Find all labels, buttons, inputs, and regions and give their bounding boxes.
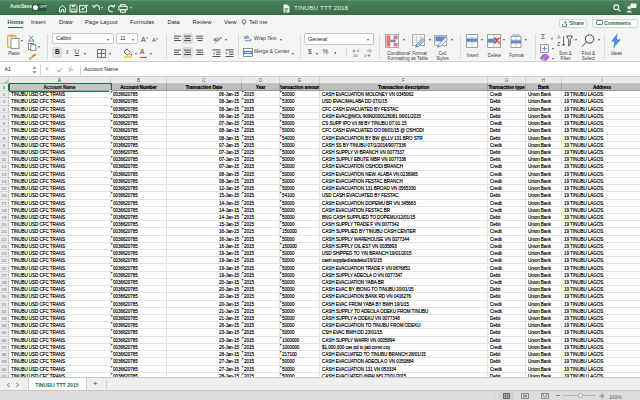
svg-text:.0: .0	[364, 54, 367, 58]
svg-text:.00: .00	[367, 49, 372, 53]
svg-text:A: A	[557, 34, 561, 40]
svg-text:ab: ab	[244, 35, 250, 40]
svg-text:.00: .00	[353, 54, 358, 58]
svg-text:Z: Z	[557, 41, 561, 47]
svg-text:.0: .0	[356, 49, 359, 53]
